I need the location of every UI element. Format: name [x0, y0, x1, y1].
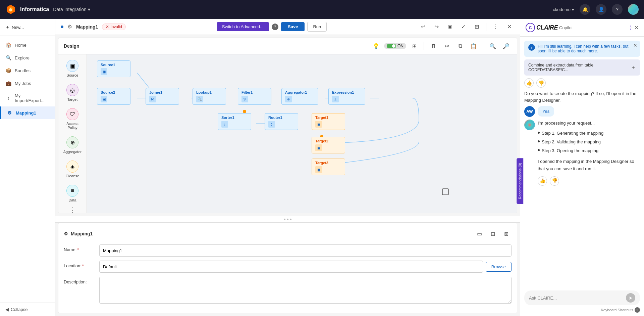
mapping-canvas[interactable]: Source1 ▣ Source2 ▣ Joiner1 ⋈: [87, 54, 517, 213]
active-dot: [61, 26, 63, 28]
zoom-in-button[interactable]: 🔍: [487, 41, 498, 51]
split-button[interactable]: ⊟: [487, 228, 498, 239]
access-policy-palette-icon: 🛡: [66, 108, 78, 120]
close-mapping-button[interactable]: ✕: [504, 21, 515, 32]
preview-button[interactable]: ▣: [444, 21, 455, 32]
zoom-out-button[interactable]: 🔎: [501, 41, 512, 51]
run-button[interactable]: Run: [307, 22, 327, 32]
sorter1-node[interactable]: Sorter1 ↕: [218, 113, 251, 130]
info-message: Hi! I'm still learning. I can help with …: [538, 44, 636, 53]
shortcuts-help-icon[interactable]: ?: [635, 307, 640, 313]
tab-title: Mapping1: [76, 24, 98, 30]
palette-item-source[interactable]: ▣ Source: [60, 57, 85, 80]
avatar[interactable]: [628, 4, 639, 15]
informatica-logo: [5, 4, 16, 15]
notifications-button[interactable]: 🔔: [580, 4, 590, 15]
collapse-button[interactable]: ◀ Collapse: [5, 307, 50, 312]
ai-conclusion-msg: I opened the mapping in the Mapping Desi…: [538, 158, 640, 173]
sidebar-actions: ＋ New...: [0, 19, 55, 36]
save-button[interactable]: Save: [281, 22, 305, 31]
cut-button[interactable]: ✂: [441, 41, 452, 51]
bottom-panel-title: ⚙ Mapping1: [64, 231, 93, 236]
location-input-group: Browse: [99, 261, 512, 273]
location-row: Location: Browse: [64, 261, 512, 273]
step1-text: Step 1. Generating the mapping: [542, 130, 603, 137]
prompt-plus-button[interactable]: ＋: [631, 64, 636, 71]
thumbs-down-button[interactable]: 👎: [536, 78, 546, 88]
advanced-help-button[interactable]: ?: [272, 24, 278, 30]
joiner1-node[interactable]: Joiner1 ⋈: [146, 88, 179, 105]
svg-point-17: [525, 121, 534, 129]
filter1-node[interactable]: Filter1 ▽: [238, 88, 271, 105]
prompt-text: Combine and extract data from table CODE…: [528, 63, 631, 72]
validate-button[interactable]: ✓: [458, 21, 469, 32]
copy-button[interactable]: ⧉: [455, 41, 466, 51]
claire-expand-button[interactable]: ⟩: [630, 25, 632, 30]
filter1-icon: ▽: [241, 96, 248, 102]
claire-title: CLAIRE: [536, 24, 558, 31]
grid-button[interactable]: ⊞: [409, 41, 420, 51]
sidebar-item-mapping1[interactable]: ⚙ Mapping1: [0, 106, 55, 119]
shortcuts-label: Keyboard Shortcuts: [601, 308, 633, 312]
paste-button[interactable]: 📋: [468, 41, 479, 51]
palette-more-button[interactable]: ⋮: [67, 206, 78, 213]
collapse-button[interactable]: ⊠: [501, 228, 512, 239]
description-textarea[interactable]: [99, 277, 512, 304]
palette-item-cleanse[interactable]: ◈ Cleanse: [60, 158, 85, 181]
target2-node[interactable]: Target2 ▣: [312, 137, 345, 153]
target3-node[interactable]: Target3 ▣: [312, 159, 345, 175]
delete-button[interactable]: 🗑: [428, 41, 439, 51]
palette-item-target[interactable]: ◎ Target: [60, 81, 85, 104]
tab-bar-right: ↩ ↪ ▣ ✓ ⊞ ⋮ ✕: [418, 21, 515, 32]
response-thumbs-down[interactable]: 👎: [550, 176, 559, 186]
name-input[interactable]: [99, 244, 512, 257]
lookup1-node[interactable]: Lookup1 🔍: [193, 88, 226, 105]
new-button[interactable]: ＋ New...: [4, 23, 51, 32]
location-input[interactable]: [99, 261, 483, 273]
sidebar-item-explore[interactable]: 🔍 Explore: [0, 51, 55, 64]
claire-close-button[interactable]: ✕: [634, 25, 639, 31]
undo-button[interactable]: ↩: [418, 21, 428, 32]
source1-node[interactable]: Source1 ▣: [97, 60, 130, 77]
sidebar-item-my-jobs[interactable]: 💼 My Jobs: [0, 77, 55, 90]
help-button[interactable]: ?: [612, 4, 623, 15]
app-module[interactable]: Data Integration ▾: [53, 7, 90, 12]
on-toggle[interactable]: ON: [384, 43, 406, 49]
palette-item-data[interactable]: ≡ Data: [60, 182, 85, 205]
redo-button[interactable]: ↪: [431, 21, 442, 32]
bottom-panel-icons: ▭ ⊟ ⊠: [474, 228, 512, 239]
sidebar-item-home[interactable]: 🏠 Home: [0, 39, 55, 51]
thumbs-up-button[interactable]: 👍: [524, 78, 534, 88]
router1-node[interactable]: Router1 ⟩: [265, 113, 298, 130]
more-options-button[interactable]: ⋮: [490, 21, 501, 32]
palette-item-aggregator[interactable]: ⊕ Aggregator: [60, 134, 85, 156]
ask-claire-input[interactable]: [529, 296, 623, 301]
panel-splitter[interactable]: [55, 216, 520, 223]
expand-full-button[interactable]: ▭: [474, 228, 485, 239]
lightbulb-button[interactable]: 💡: [371, 41, 381, 51]
browse-button[interactable]: Browse: [486, 262, 512, 272]
expression1-node[interactable]: Expression1 Σ: [328, 88, 365, 105]
response-thumbs-up[interactable]: 👍: [538, 176, 547, 186]
palette-item-access-policy[interactable]: 🛡 Access Policy: [60, 105, 85, 132]
aggregator1-icon: ⊕: [285, 96, 292, 102]
recommendations-tab[interactable]: Recommendations (0): [517, 158, 523, 204]
export-button[interactable]: ⊞: [471, 21, 482, 32]
aggregator1-node[interactable]: Aggregator1 ⊕: [281, 88, 318, 105]
ask-send-button[interactable]: ➤: [626, 293, 635, 303]
source2-node[interactable]: Source2 ▣: [97, 88, 130, 105]
splitter-dots: [284, 219, 291, 220]
sidebar-bottom: ◀ Collapse: [0, 303, 55, 316]
sidebar-item-bundles[interactable]: 📦 Bundles: [0, 64, 55, 77]
info-close-button[interactable]: ✕: [633, 43, 637, 48]
user-menu[interactable]: ckodemo ▾: [553, 7, 574, 12]
claire-header: C CLAIRE Copilot ⟩ ✕: [520, 19, 644, 37]
design-panel: Design 💡 ON ⊞ 🗑 ✂ ⧉ 📋 🔍 🔎: [58, 38, 517, 213]
target1-node[interactable]: Target1 ▣: [312, 113, 345, 130]
canvas-connections-svg: [87, 54, 517, 213]
ai-do-you-want-msg: Do you want to create the mapping? If so…: [524, 90, 640, 103]
user-avatar: AW: [524, 106, 535, 117]
user-profile-button[interactable]: 👤: [596, 4, 606, 15]
sidebar-item-import-export[interactable]: ↕ My Import/Export...: [0, 90, 55, 106]
switch-to-advanced-button[interactable]: Switch to Advanced...: [217, 22, 269, 31]
